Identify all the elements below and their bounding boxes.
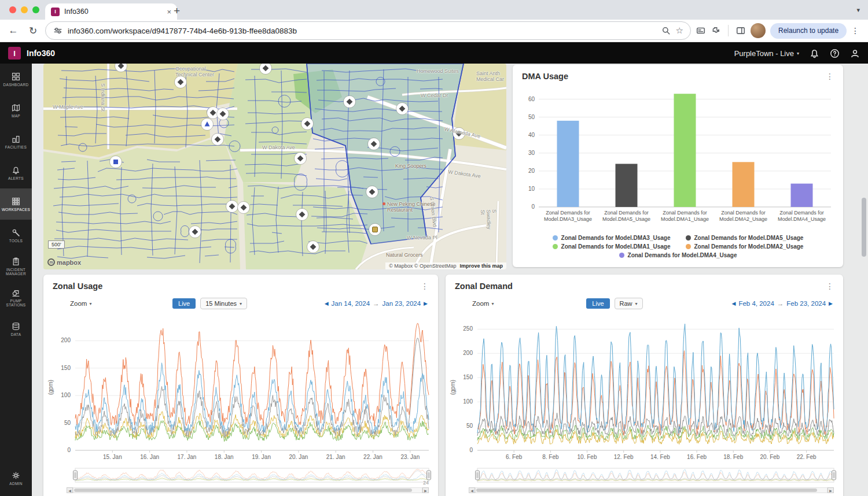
map-marker-diamond[interactable] <box>366 186 378 198</box>
bar-1[interactable] <box>616 164 638 207</box>
tab-close-icon[interactable]: × <box>167 8 171 16</box>
map-marker-diamond[interactable] <box>307 241 319 253</box>
minimize-window-button[interactable] <box>21 6 28 13</box>
map-marker-diamond[interactable] <box>260 64 272 75</box>
scrollbar-thumb[interactable] <box>74 488 412 492</box>
map-marker-triangle[interactable] <box>201 119 214 131</box>
legend-item[interactable]: Zonal Demands for Model.DMA1_Usage <box>553 243 671 250</box>
sidebar-item-alerts[interactable]: ALERTS <box>0 157 32 188</box>
notifications-bell-icon[interactable] <box>809 48 819 58</box>
sidebar-item-data[interactable]: DATA <box>0 313 32 345</box>
map-marker-diamond[interactable] <box>217 108 229 120</box>
zonal-usage-navigator[interactable]: 24 <box>43 467 438 485</box>
address-bar[interactable]: info360.com/workspace/d9417877-74b4-4e6b… <box>45 21 691 40</box>
map-marker-diamond[interactable] <box>296 209 308 221</box>
extensions-puzzle-icon[interactable] <box>711 25 721 36</box>
side-panel-icon[interactable] <box>735 25 746 36</box>
interval-dropdown[interactable]: 15 Minutes ▾ <box>200 298 247 309</box>
scrollbar-thumb[interactable] <box>476 488 817 492</box>
zoom-dropdown[interactable]: Zoom ▾ <box>67 299 95 308</box>
map-marker-diamond[interactable] <box>368 138 380 150</box>
next-range-arrow[interactable]: ▶ <box>424 301 428 306</box>
bookmark-star-icon[interactable]: ☆ <box>676 25 683 36</box>
tab-search-chevron-icon[interactable]: ▾ <box>856 6 860 14</box>
sidebar-item-admin[interactable]: ADMIN <box>0 462 32 494</box>
map-marker-square[interactable] <box>110 156 122 168</box>
map-marker-diamond[interactable] <box>175 76 187 88</box>
scroll-right-button[interactable]: ▶ <box>422 487 429 493</box>
scroll-left-button[interactable]: ◀ <box>469 487 475 493</box>
scrollbar-track[interactable] <box>475 487 827 493</box>
site-info-icon[interactable] <box>53 25 63 36</box>
map-marker-diamond[interactable] <box>226 201 238 213</box>
map-marker-diamond[interactable] <box>301 118 314 130</box>
bar-2[interactable] <box>674 94 696 207</box>
zonal-demand-menu-icon[interactable]: ⋮ <box>826 283 834 289</box>
usageNav-svg[interactable] <box>43 467 438 484</box>
browser-menu-icon[interactable]: ⋮ <box>851 26 859 35</box>
sidebar-item-dashboard[interactable]: DASHBOARD <box>0 64 32 95</box>
help-icon[interactable] <box>829 48 840 58</box>
map-marker-diamond[interactable] <box>344 96 356 108</box>
dma-usage-menu-icon[interactable]: ⋮ <box>826 73 834 79</box>
network-map-panel[interactable]: Occupational Technical CenterHomewood Su… <box>43 64 506 269</box>
range-start-date[interactable]: Jan 14, 2024 <box>332 300 370 307</box>
map-marker-facility[interactable] <box>369 224 381 236</box>
scroll-left-button[interactable]: ◀ <box>67 487 73 493</box>
scrollbar-track[interactable] <box>73 487 422 493</box>
workspace-selector[interactable]: PurpleTown - Live ▾ <box>734 49 799 58</box>
legend-item[interactable]: Zonal Demands for Model.DMA4_Usage <box>619 252 737 258</box>
new-tab-button[interactable]: + <box>174 5 180 17</box>
zoom-dropdown[interactable]: Zoom ▾ <box>469 299 497 308</box>
map-marker-diamond[interactable] <box>453 128 465 140</box>
map-marker-diamond[interactable] <box>295 153 307 165</box>
range-end-date[interactable]: Jan 23, 2024 <box>382 300 421 307</box>
sidebar-item-pump-stations[interactable]: PUMP STATIONS <box>0 282 32 313</box>
sidebar-item-workspaces[interactable]: WORKSPACES <box>0 188 32 220</box>
legend-item[interactable]: Zonal Demands for Model.DMA2_Usage <box>686 243 804 250</box>
range-end-date[interactable]: Feb 23, 2024 <box>786 300 826 307</box>
improve-map-link[interactable]: Improve this map <box>459 263 503 269</box>
range-start-date[interactable]: Feb 4, 2024 <box>738 300 774 307</box>
scroll-right-button[interactable]: ▶ <box>827 487 834 493</box>
navigator-handle[interactable] <box>476 471 480 480</box>
map-canvas[interactable] <box>43 64 506 269</box>
prev-range-arrow[interactable]: ◀ <box>325 301 329 306</box>
legend-item[interactable]: Zonal Demands for Model.DMA5_Usage <box>686 235 804 241</box>
live-toggle[interactable]: Live <box>586 298 609 309</box>
bar-0[interactable] <box>557 121 579 207</box>
navigator-handle[interactable] <box>427 471 431 480</box>
extension-card-icon[interactable] <box>696 25 706 36</box>
url-text[interactable]: info360.com/workspace/d9417877-74b4-4e6b… <box>68 27 656 35</box>
back-button[interactable]: ← <box>6 25 21 36</box>
profile-avatar[interactable] <box>751 23 766 38</box>
bar-3[interactable] <box>733 162 755 207</box>
bar-4[interactable] <box>791 184 813 207</box>
close-window-button[interactable] <box>9 6 16 13</box>
zoom-window-button[interactable] <box>32 6 39 13</box>
sidebar-item-facilities[interactable]: FACILITIES <box>0 126 32 157</box>
navigator-handle[interactable] <box>832 471 836 480</box>
page-scrollbar-thumb[interactable] <box>862 198 866 257</box>
reload-button[interactable]: ↻ <box>25 25 41 37</box>
interval-dropdown[interactable]: Raw ▾ <box>615 298 643 309</box>
sidebar-item-tools[interactable]: TOOLS <box>0 220 32 251</box>
prev-range-arrow[interactable]: ◀ <box>731 301 735 306</box>
info360-logo[interactable]: I <box>8 47 21 60</box>
user-account-icon[interactable] <box>849 48 860 58</box>
map-marker-diamond[interactable] <box>189 226 201 238</box>
zonal-demand-scrollbar[interactable]: ◀ ▶ <box>469 487 834 493</box>
live-toggle[interactable]: Live <box>172 298 196 309</box>
sidebar-item-incident-manager[interactable]: INCIDENT MANAGER <box>0 251 32 282</box>
map-marker-diamond[interactable] <box>212 134 224 146</box>
map-marker-diamond[interactable] <box>238 202 250 214</box>
browser-tab[interactable]: I Info360 × <box>45 3 177 20</box>
map-marker-diamond[interactable] <box>396 103 409 115</box>
sidebar-item-map[interactable]: MAP <box>0 95 32 126</box>
zonal-usage-menu-icon[interactable]: ⋮ <box>421 283 429 289</box>
zonal-demand-navigator[interactable] <box>446 467 843 485</box>
zoom-search-icon[interactable] <box>661 25 671 36</box>
next-range-arrow[interactable]: ▶ <box>829 301 833 306</box>
legend-item[interactable]: Zonal Demands for Model.DMA3_Usage <box>553 235 671 241</box>
zonal-usage-scrollbar[interactable]: ◀ ▶ <box>67 487 429 493</box>
